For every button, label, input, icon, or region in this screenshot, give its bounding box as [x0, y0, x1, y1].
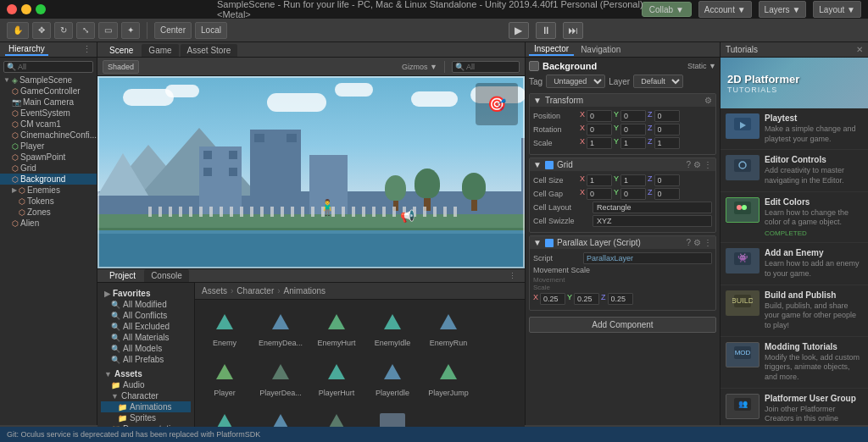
hierarchy-search[interactable]: [3, 61, 93, 73]
h-item-enemies[interactable]: ▶ ⬡ Enemies: [0, 185, 97, 196]
asset-playerhurt[interactable]: PlayerHurt: [310, 353, 363, 400]
tool-rect[interactable]: ▭: [98, 22, 118, 39]
pos-x[interactable]: [587, 110, 612, 122]
tag-dropdown[interactable]: Untagged: [546, 75, 605, 88]
pause-button[interactable]: ⏸: [536, 22, 556, 39]
fav-all-modified[interactable]: 🔍All Modified: [101, 299, 191, 310]
fav-all-excluded[interactable]: 🔍All Excluded: [101, 321, 191, 332]
tab-game[interactable]: Game: [142, 44, 178, 57]
tab-console[interactable]: Console: [144, 269, 189, 282]
h-search[interactable]: [0, 59, 97, 75]
scale-x[interactable]: [587, 137, 612, 149]
cell-size-y[interactable]: [620, 174, 646, 186]
h-item-grid[interactable]: ⬡ Grid: [0, 163, 97, 174]
scene-view[interactable]: 🧍‍♂️ 📢 🎯: [97, 76, 525, 268]
tutorial-playtest[interactable]: Playtest Make a simple change and playte…: [721, 108, 868, 150]
asset-enemyidle[interactable]: EnemyIdle: [366, 303, 419, 350]
asset-enemydea[interactable]: EnemyDea...: [254, 303, 307, 350]
transform-header[interactable]: ▼ Transform ⚙: [530, 94, 715, 107]
move-y[interactable]: [574, 293, 599, 305]
asset-playerdea[interactable]: PlayerDea...: [254, 353, 307, 400]
favorites-header[interactable]: ▶ Favorites: [101, 288, 191, 299]
grid-settings-icon[interactable]: ⚙: [693, 160, 701, 169]
tool-custom[interactable]: ✦: [121, 22, 140, 39]
transform-settings-icon[interactable]: ⚙: [704, 96, 712, 105]
tutorials-close[interactable]: ✕: [856, 45, 863, 54]
scale-z[interactable]: [654, 137, 680, 149]
asset-sprites[interactable]: 📁Sprites: [101, 412, 191, 423]
hierarchy-tab[interactable]: Hierarchy: [5, 43, 48, 56]
move-x[interactable]: [540, 293, 565, 305]
fav-all-prefabs[interactable]: 🔍All Prefabs: [101, 354, 191, 365]
tab-project[interactable]: Project: [103, 269, 142, 282]
cell-swizzle-val[interactable]: XYZ: [593, 215, 712, 227]
fav-all-materials[interactable]: 🔍All Materials: [101, 332, 191, 343]
h-item-samplescene[interactable]: ▼ ◈ SampleScene: [0, 75, 97, 86]
h-item-eventsystem[interactable]: ⬡ EventSystem: [0, 108, 97, 119]
tool-rotate[interactable]: ↻: [54, 22, 73, 39]
scene-search[interactable]: [452, 61, 520, 73]
pos-y[interactable]: [620, 110, 646, 122]
assets-header[interactable]: ▼ Assets: [101, 368, 191, 379]
scene-gizmo[interactable]: 🎯: [476, 83, 518, 125]
add-component-button[interactable]: Add Component: [529, 317, 716, 333]
grid-header[interactable]: ▼ Grid ? ⚙ ⋮: [530, 158, 715, 171]
account-button[interactable]: Account ▼: [698, 1, 752, 18]
fav-all-conflicts[interactable]: 🔍All Conflicts: [101, 310, 191, 321]
tutorial-editor-controls[interactable]: Editor Controls Add creativity to master…: [721, 150, 868, 191]
h-item-spawnpoint[interactable]: ⬡ SpawnPoint: [0, 152, 97, 163]
layer-dropdown[interactable]: Default: [633, 75, 683, 88]
cell-gap-y[interactable]: [620, 188, 646, 200]
tutorial-build-publish[interactable]: BUILD Build and Publish Build, publish, …: [721, 285, 868, 337]
tool-move[interactable]: ✥: [32, 22, 51, 39]
tab-asset-store[interactable]: Asset Store: [181, 44, 238, 57]
shaded-button[interactable]: Shaded: [103, 60, 139, 74]
play-button[interactable]: ▶: [509, 22, 529, 39]
h-item-zones[interactable]: ⬡ Zones: [0, 207, 97, 218]
move-z[interactable]: [608, 293, 633, 305]
asset-animations[interactable]: 📁Animations: [101, 401, 191, 412]
cell-size-z[interactable]: [654, 174, 680, 186]
scale-y[interactable]: [620, 137, 646, 149]
tab-navigation[interactable]: Navigation: [576, 44, 626, 55]
cell-layout-val[interactable]: Rectangle: [593, 202, 712, 213]
layout-button[interactable]: Layout ▼: [813, 1, 861, 18]
h-item-cmvcam[interactable]: ⬡ CM vcam1: [0, 119, 97, 130]
h-item-alien[interactable]: ⬡ Alien: [0, 218, 97, 229]
rot-z[interactable]: [654, 124, 680, 135]
rot-x[interactable]: [587, 124, 612, 135]
h-item-tokens[interactable]: ⬡ Tokens: [0, 196, 97, 207]
parallax-header[interactable]: ▼ Parallax Layer (Script) ? ⚙ ⋮: [530, 236, 715, 249]
pivot-button[interactable]: Center: [154, 22, 192, 39]
tool-hand[interactable]: ✋: [7, 22, 29, 39]
object-active-checkbox[interactable]: [529, 61, 539, 71]
cell-gap-z[interactable]: [654, 188, 680, 200]
parallax-help-icon[interactable]: ?: [686, 238, 691, 247]
parallax-check[interactable]: [545, 239, 554, 247]
parallax-icons[interactable]: ? ⚙ ⋮: [686, 238, 712, 247]
asset-audio[interactable]: 📁Audio: [101, 379, 191, 390]
rot-y[interactable]: [620, 124, 646, 135]
asset-playeridle[interactable]: PlayerIdle: [366, 353, 419, 400]
close-button[interactable]: [7, 4, 17, 14]
asset-enemyhurt[interactable]: EnemyHurt: [310, 303, 363, 350]
hierarchy-menu[interactable]: ⋮: [82, 44, 92, 55]
tool-scale[interactable]: ⤡: [76, 22, 95, 39]
panel-menu[interactable]: ⋮: [505, 272, 520, 280]
parallax-more-icon[interactable]: ⋮: [704, 238, 712, 247]
coords-button[interactable]: Local: [195, 22, 227, 39]
static-label[interactable]: Static ▼: [687, 62, 716, 70]
layers-button[interactable]: Layers ▼: [759, 1, 807, 18]
asset-enemyrun[interactable]: EnemyRun: [422, 303, 475, 350]
asset-enemy[interactable]: Enemy: [198, 303, 251, 350]
tutorial-edit-colors[interactable]: Edit Colors Learn how to change the colo…: [721, 192, 868, 243]
asset-playerjump[interactable]: PlayerJump: [422, 353, 475, 400]
transform-icons[interactable]: ⚙: [704, 96, 712, 105]
grid-help-icon[interactable]: ?: [686, 160, 691, 169]
tutorial-user-group[interactable]: 👥 Platformer User Group Join other Platf…: [721, 389, 868, 425]
window-controls[interactable]: [7, 4, 46, 14]
minimize-button[interactable]: [21, 4, 31, 14]
tutorial-add-enemy[interactable]: 👾 Add an Enemy Learn how to add an enemy…: [721, 243, 868, 285]
tutorial-modding[interactable]: MOD Modding Tutorials Modify the look, a…: [721, 337, 868, 389]
tab-scene[interactable]: Scene: [103, 44, 140, 57]
